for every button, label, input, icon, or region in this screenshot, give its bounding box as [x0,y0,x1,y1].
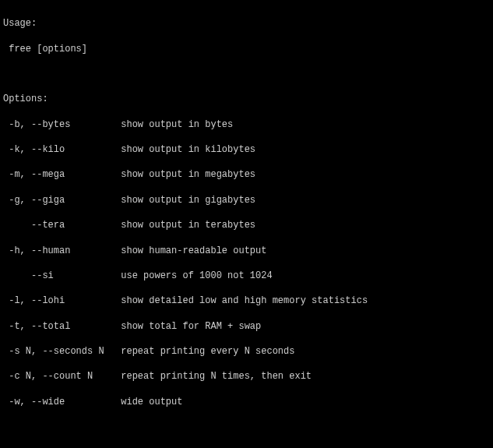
blank [3,421,490,433]
option-l: -l, --lohi show detailed low and high me… [3,295,490,307]
option-g: -g, --giga show output in gigabytes [3,194,490,206]
option-c: -c N, --count N repeat printing N times,… [3,370,490,383]
blank [3,68,490,80]
option-m: -m, --mega show output in megabytes [3,168,490,181]
options-title: Options: [3,93,490,105]
option-w: -w, --wide wide output [3,396,490,408]
option-h: -h, --human show human-readable output [3,245,490,257]
option-tera: --tera show output in terabytes [3,219,490,231]
option-k: -k, --kilo show output in kilobytes [3,143,490,156]
option-s: -s N, --seconds N repeat printing every … [3,345,490,358]
terminal-output: Usage: free [options] Options: -b, --byt… [0,0,493,448]
usage-line: free [options] [3,43,490,55]
option-si: --si use powers of 1000 not 1024 [3,270,490,282]
option-t: -t, --total show total for RAM + swap [3,320,490,333]
usage-title: Usage: [3,17,490,30]
option-b: -b, --bytes show output in bytes [3,118,490,131]
